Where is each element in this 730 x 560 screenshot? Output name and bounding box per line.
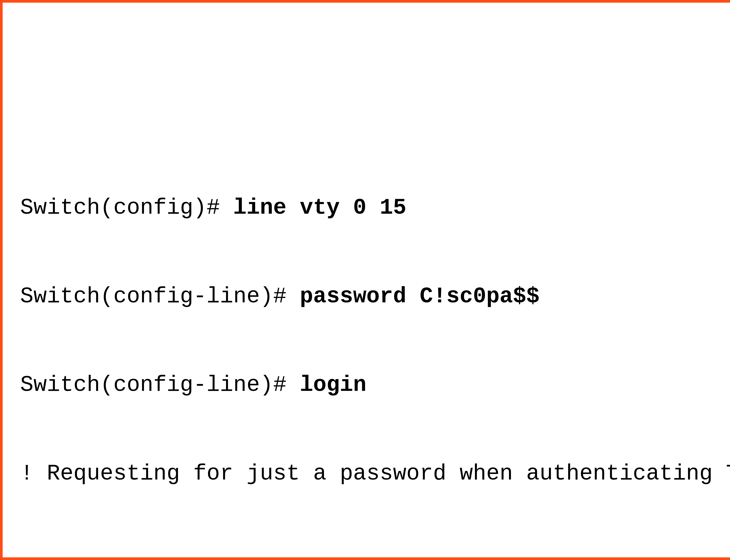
- cli-prompt: Switch(config-line)#: [20, 372, 300, 398]
- cli-prompt: Switch(config)#: [20, 195, 233, 220]
- cli-command: line vty 0 15: [233, 195, 406, 220]
- document-frame: PIVIT Switch(config)# line vty 0 15 Swit…: [0, 0, 730, 560]
- blank-line: [20, 547, 730, 560]
- cli-line: Switch(config-line)# login: [20, 370, 730, 400]
- cli-comment: ! Requesting for just a password when au…: [20, 459, 730, 488]
- cli-line: Switch(config-line)# password C!sc0pa$$: [20, 282, 730, 311]
- cli-code-block: Switch(config)# line vty 0 15 Switch(con…: [20, 134, 730, 560]
- cli-command: login: [300, 372, 366, 398]
- cli-line: Switch(config)# line vty 0 15: [20, 193, 730, 223]
- cli-prompt: Switch(config-line)#: [20, 284, 300, 309]
- cli-command: password C!sc0pa$$: [300, 284, 540, 309]
